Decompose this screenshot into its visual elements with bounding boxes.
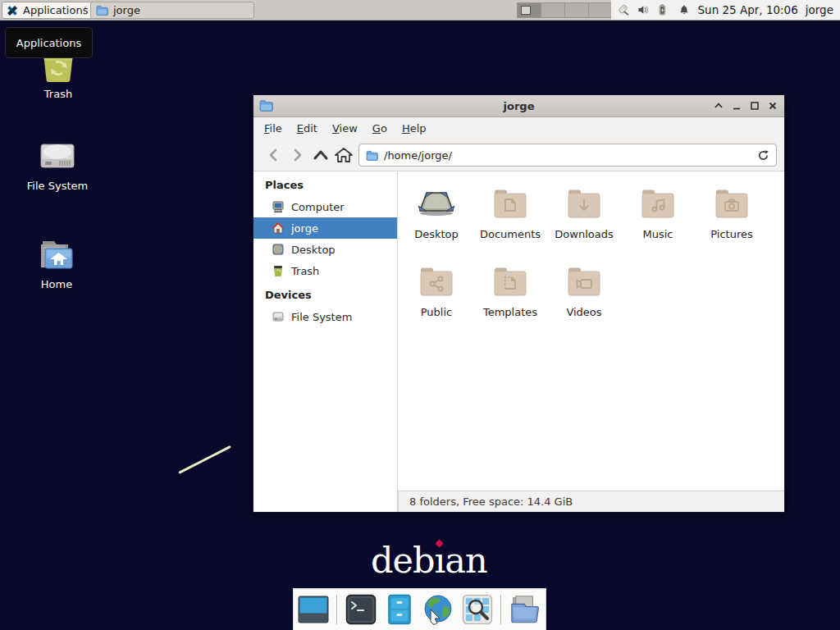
home-folder-icon xyxy=(36,236,77,274)
sidebar-item-desktop[interactable]: Desktop xyxy=(253,239,397,260)
desktop-pad-icon xyxy=(417,184,456,223)
workspace-pager xyxy=(517,2,613,18)
sidebar-item-label: File System xyxy=(291,311,352,323)
sidebar-places-header: Places xyxy=(253,171,397,196)
workspace-4[interactable] xyxy=(589,3,612,17)
menu-view[interactable]: View xyxy=(325,119,365,138)
toolbar: /home/jorge/ xyxy=(253,139,784,171)
sidebar-item-trash[interactable]: Trash xyxy=(253,260,397,281)
file-item-label: Videos xyxy=(566,306,601,318)
taskbar-window-button[interactable]: jorge xyxy=(90,2,254,19)
file-item-videos[interactable]: Videos xyxy=(547,262,621,318)
file-item-music[interactable]: Music xyxy=(621,184,695,240)
window-titlebar[interactable]: jorge xyxy=(253,95,784,117)
taskbar-window-label: jorge xyxy=(113,4,140,16)
minimize-icon[interactable] xyxy=(731,100,742,112)
folder-templates-icon xyxy=(491,262,530,301)
window-title: jorge xyxy=(253,100,784,112)
dock-file-cabinet-button[interactable] xyxy=(384,593,415,626)
path-text: /home/jorge/ xyxy=(384,149,751,162)
top-panel: Applications jorge xyxy=(0,0,840,21)
menu-file[interactable]: File xyxy=(257,119,290,138)
menu-help[interactable]: Help xyxy=(395,119,434,138)
app-finder-icon xyxy=(462,594,493,625)
file-item-pictures[interactable]: Pictures xyxy=(695,184,769,240)
path-entry[interactable]: /home/jorge/ xyxy=(358,144,777,167)
terminal-icon xyxy=(345,594,377,625)
panel-drag-handle[interactable] xyxy=(84,5,88,16)
desktop-icon-home[interactable]: Home xyxy=(11,236,102,290)
trash-icon xyxy=(272,264,285,277)
folder-documents-icon xyxy=(491,184,530,223)
file-view[interactable]: Desktop Documents Downloads xyxy=(398,171,784,491)
workspace-2[interactable] xyxy=(541,3,564,17)
sidebar-item-label: Computer xyxy=(291,201,345,213)
home-button[interactable] xyxy=(334,145,354,165)
file-item-downloads[interactable]: Downloads xyxy=(547,184,621,240)
file-item-label: Music xyxy=(643,228,673,240)
volume-icon[interactable] xyxy=(637,2,650,18)
file-item-documents[interactable]: Documents xyxy=(473,184,547,240)
up-button[interactable] xyxy=(311,145,331,165)
battery-icon[interactable] xyxy=(657,2,670,18)
drive-icon xyxy=(272,310,285,323)
home-icon xyxy=(335,147,353,163)
dock-separator xyxy=(336,595,337,624)
back-button[interactable] xyxy=(263,145,283,165)
file-manager-icon xyxy=(509,594,541,625)
sidebar-item-jorge[interactable]: jorge xyxy=(253,217,397,239)
panel-username: jorge xyxy=(806,3,833,16)
applications-tooltip: Applications xyxy=(5,27,93,58)
dock-terminal-button[interactable] xyxy=(345,593,376,626)
folder-icon xyxy=(96,5,108,16)
file-cabinet-icon xyxy=(385,594,414,625)
notifications-bell-icon[interactable] xyxy=(678,2,691,18)
computer-icon xyxy=(272,200,285,213)
menubar: File Edit View Go Help xyxy=(253,117,784,139)
folder-icon xyxy=(366,150,378,161)
desktop-icon-label: File System xyxy=(27,180,88,192)
file-item-templates[interactable]: Templates xyxy=(473,262,547,318)
file-item-label: Desktop xyxy=(414,228,459,240)
debian-logo-text: deb xyxy=(371,540,435,581)
folder-pictures-icon xyxy=(712,184,751,223)
file-item-label: Templates xyxy=(483,306,537,318)
desktop-icon-label: Trash xyxy=(44,88,72,100)
debian-logo: debıan xyxy=(371,540,487,581)
web-browser-icon xyxy=(422,594,454,625)
home-icon xyxy=(272,221,285,235)
sidebar-item-file-system[interactable]: File System xyxy=(253,306,397,327)
desktop-icon-file-system[interactable]: File System xyxy=(12,138,103,192)
back-icon xyxy=(267,148,280,162)
forward-icon xyxy=(291,148,304,162)
show-desktop-icon xyxy=(298,596,329,623)
statusbar-text: 8 folders, Free space: 14.4 GiB xyxy=(409,495,573,508)
stray-line-artifact xyxy=(178,445,231,474)
menu-go[interactable]: Go xyxy=(365,119,395,138)
maximize-icon[interactable] xyxy=(749,100,760,112)
workspace-3[interactable] xyxy=(565,3,588,17)
sidebar-item-computer[interactable]: Computer xyxy=(253,196,397,217)
close-icon[interactable] xyxy=(767,100,778,112)
dock-show-desktop-button[interactable] xyxy=(298,593,329,626)
mouse-icon[interactable] xyxy=(616,2,629,18)
workspace-1[interactable] xyxy=(518,3,541,17)
tooltip-text: Applications xyxy=(16,37,81,49)
file-item-public[interactable]: Public xyxy=(399,262,473,318)
applications-menu-button[interactable]: Applications xyxy=(2,2,95,19)
reload-icon[interactable] xyxy=(757,149,769,162)
file-item-desktop[interactable]: Desktop xyxy=(399,184,473,240)
menu-edit[interactable]: Edit xyxy=(290,119,325,138)
dock-file-manager-button[interactable] xyxy=(509,593,541,626)
panel-clock[interactable]: Sun 25 Apr, 10:06 xyxy=(698,3,798,16)
shade-icon[interactable] xyxy=(713,100,724,112)
bottom-dock xyxy=(293,588,546,630)
forward-button[interactable] xyxy=(288,145,308,165)
workspace-window-preview xyxy=(521,6,531,15)
sidebar-devices-header: Devices xyxy=(253,281,397,306)
file-item-label: Pictures xyxy=(710,228,752,240)
applications-menu-label: Applications xyxy=(23,4,88,16)
dock-web-browser-button[interactable] xyxy=(422,593,454,626)
folder-downloads-icon xyxy=(564,184,604,223)
dock-app-finder-button[interactable] xyxy=(462,593,493,626)
